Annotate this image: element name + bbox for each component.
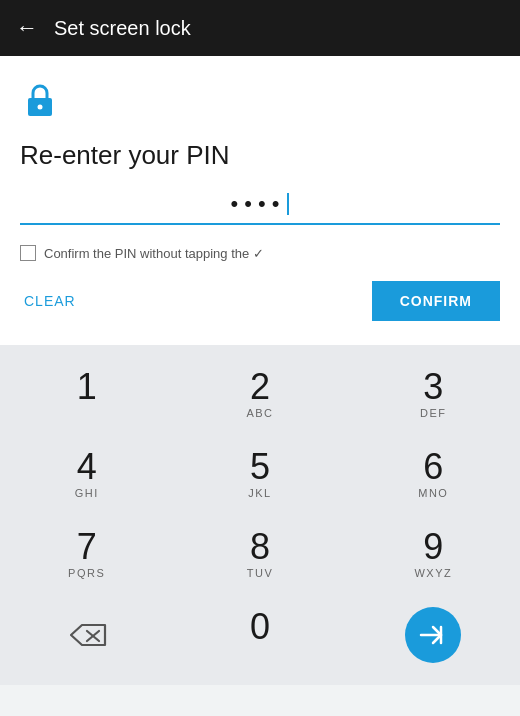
checkbox-label: Confirm the PIN without tapping the ✓ (44, 246, 264, 261)
backspace-icon (67, 621, 107, 649)
confirm-button[interactable]: CONFIRM (372, 281, 500, 321)
enter-key-container (353, 595, 513, 675)
confirm-checkbox[interactable] (20, 245, 36, 261)
pin-input-area[interactable]: •••• (20, 191, 500, 225)
key-8[interactable]: 8 TUV (180, 515, 340, 595)
page-title: Set screen lock (54, 17, 191, 40)
key-0[interactable]: 0 (180, 595, 340, 675)
enter-icon (419, 624, 447, 646)
key-6[interactable]: 6 MNO (353, 435, 513, 515)
pin-dots: •••• (231, 191, 286, 217)
svg-point-2 (38, 105, 43, 110)
pin-cursor (287, 193, 289, 215)
key-5[interactable]: 5 JKL (180, 435, 340, 515)
clear-button[interactable]: CLEAR (20, 285, 80, 317)
key-1[interactable]: 1 (7, 355, 167, 435)
backspace-button[interactable] (7, 595, 167, 675)
keypad-row-4: 0 (0, 595, 520, 675)
back-button[interactable]: ← (16, 15, 38, 41)
checkbox-row[interactable]: Confirm the PIN without tapping the ✓ (20, 245, 500, 261)
key-2[interactable]: 2 ABC (180, 355, 340, 435)
action-buttons-row: CLEAR CONFIRM (20, 281, 500, 329)
key-9[interactable]: 9 WXYZ (353, 515, 513, 595)
keypad-row-3: 7 PQRS 8 TUV 9 WXYZ (0, 515, 520, 595)
keypad: 1 2 ABC 3 DEF 4 GHI 5 JKL 6 MNO 7 PQRS (0, 345, 520, 685)
key-4[interactable]: 4 GHI (7, 435, 167, 515)
pin-heading: Re-enter your PIN (20, 140, 500, 171)
top-bar: ← Set screen lock (0, 0, 520, 56)
key-3[interactable]: 3 DEF (353, 355, 513, 435)
enter-button[interactable] (405, 607, 461, 663)
content-area: Re-enter your PIN •••• Confirm the PIN w… (0, 56, 520, 345)
key-7[interactable]: 7 PQRS (7, 515, 167, 595)
lock-icon (20, 80, 500, 140)
keypad-row-1: 1 2 ABC 3 DEF (0, 355, 520, 435)
keypad-row-2: 4 GHI 5 JKL 6 MNO (0, 435, 520, 515)
